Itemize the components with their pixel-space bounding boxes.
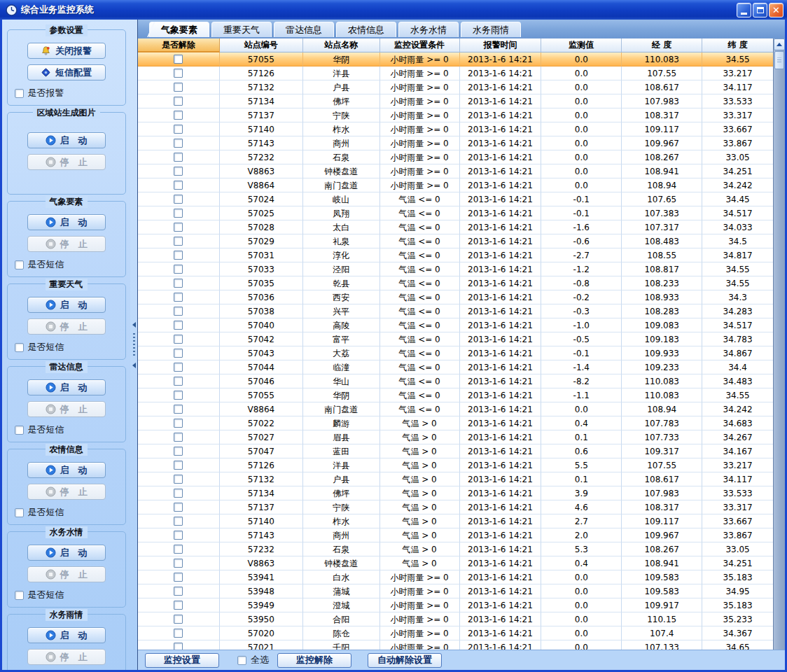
table-row[interactable]: 57044临潼气温 <= 02013-1-6 14:21-1.4109.2333… (138, 360, 773, 374)
table-row[interactable]: 57035乾县气温 <= 02013-1-6 14:21-0.8108.2333… (138, 276, 773, 290)
table-row[interactable]: 57132户县气温 > 02013-1-6 14:210.1108.61734.… (138, 472, 773, 486)
table-row[interactable]: 57232石泉气温 > 02013-1-6 14:215.3108.26733.… (138, 542, 773, 556)
table-row[interactable]: 57022麟游气温 > 02013-1-6 14:210.4107.78334.… (138, 416, 773, 430)
option-checkbox-row[interactable]: 是否短信 (15, 424, 64, 436)
column-header[interactable]: 是否解除 (138, 38, 220, 52)
table-row[interactable]: V8864南门盘道小时雨量 >= 02013-1-6 14:210.0108.9… (138, 178, 773, 192)
release-checkbox[interactable] (174, 531, 183, 540)
table-row[interactable]: 57020陈仓小时雨量 >= 02013-1-6 14:210.0107.434… (138, 626, 773, 640)
release-checkbox[interactable] (174, 475, 183, 484)
sms-config-button[interactable]: 短信配置 (27, 64, 106, 80)
start-button[interactable]: 启 动 (27, 297, 106, 313)
table-row[interactable]: 57028太白气温 <= 02013-1-6 14:21-1.6107.3173… (138, 220, 773, 234)
release-checkbox[interactable] (174, 349, 183, 358)
release-checkbox[interactable] (174, 377, 183, 386)
table-row[interactable]: 57134佛坪小时雨量 >= 02013-1-6 14:210.0107.983… (138, 94, 773, 108)
release-checkbox[interactable] (174, 503, 183, 512)
tab-3[interactable]: 雷达信息 (274, 22, 334, 37)
column-header[interactable]: 纬 度 (702, 38, 773, 52)
release-checkbox[interactable] (174, 601, 183, 610)
release-checkbox[interactable] (174, 321, 183, 330)
table-row[interactable]: 57021千阳小时雨量 >= 02013-1-6 14:210.0107.133… (138, 640, 773, 650)
release-checkbox[interactable] (174, 181, 183, 190)
table-row[interactable]: 57027眉县气温 > 02013-1-6 14:210.1107.73334.… (138, 430, 773, 444)
stop-button[interactable]: 停 止 (27, 484, 106, 500)
start-button[interactable]: 启 动 (27, 627, 106, 643)
table-row[interactable]: V8863钟楼盘道气温 > 02013-1-6 14:210.4108.9413… (138, 556, 773, 570)
release-checkbox[interactable] (174, 433, 183, 442)
release-checkbox[interactable] (174, 629, 183, 638)
close-alarm-button[interactable]: 关闭报警 (27, 43, 106, 59)
collapse-arrow-icon[interactable] (132, 322, 136, 328)
column-header[interactable]: 站点名称 (303, 38, 380, 52)
release-checkbox[interactable] (174, 559, 183, 568)
release-checkbox[interactable] (174, 153, 183, 162)
table-row[interactable]: 57047蓝田气温 > 02013-1-6 14:210.6109.31734.… (138, 444, 773, 458)
start-button[interactable]: 启 动 (27, 545, 106, 561)
release-checkbox[interactable] (174, 643, 183, 650)
table-row[interactable]: V8863钟楼盘道小时雨量 >= 02013-1-6 14:210.0108.9… (138, 164, 773, 178)
release-checkbox[interactable] (174, 111, 183, 120)
stop-button[interactable]: 停 止 (27, 236, 106, 252)
release-checkbox[interactable] (174, 419, 183, 428)
table-row[interactable]: 57029礼泉气温 <= 02013-1-6 14:21-0.6108.4833… (138, 234, 773, 248)
table-row[interactable]: 57140柞水小时雨量 >= 02013-1-6 14:210.0109.117… (138, 122, 773, 136)
table-row[interactable]: 57046华山气温 <= 02013-1-6 14:21-8.2110.0833… (138, 374, 773, 388)
column-header[interactable]: 经 度 (622, 38, 702, 52)
column-header[interactable]: 监测值 (541, 38, 622, 52)
tab-2[interactable]: 重要天气 (211, 22, 272, 37)
release-checkbox[interactable] (174, 545, 183, 554)
table-row[interactable]: 57042富平气温 <= 02013-1-6 14:21-0.5109.1833… (138, 332, 773, 346)
table-row[interactable]: 57055华阴小时雨量 >= 02013-1-6 14:210.0110.083… (138, 52, 773, 66)
release-checkbox[interactable] (174, 97, 183, 106)
release-checkbox[interactable] (174, 167, 183, 176)
release-checkbox[interactable] (174, 223, 183, 232)
tab-5[interactable]: 水务水情 (398, 22, 459, 37)
table-row[interactable]: 57126洋县气温 > 02013-1-6 14:215.5107.5533.2… (138, 458, 773, 472)
start-button[interactable]: 启 动 (27, 379, 106, 396)
option-checkbox-row[interactable]: 是否短信 (15, 506, 64, 519)
stop-button[interactable]: 停 止 (27, 401, 106, 417)
option-checkbox-row[interactable]: 是否短信 (15, 341, 64, 354)
checkbox[interactable] (15, 426, 24, 435)
select-all-checkbox[interactable] (237, 656, 246, 665)
table-row[interactable]: 57031淳化气温 <= 02013-1-6 14:21-2.7108.5534… (138, 248, 773, 262)
table-row[interactable]: 57232石泉小时雨量 >= 02013-1-6 14:210.0108.267… (138, 150, 773, 164)
table-row[interactable]: 57134佛坪气温 > 02013-1-6 14:213.9107.98333.… (138, 486, 773, 500)
sidebar-splitter[interactable] (130, 20, 137, 670)
release-checkbox[interactable] (174, 125, 183, 134)
release-checkbox[interactable] (174, 237, 183, 246)
table-row[interactable]: 57025凤翔气温 <= 02013-1-6 14:21-0.1107.3833… (138, 206, 773, 220)
start-button[interactable]: 启 动 (27, 132, 106, 148)
release-checkbox[interactable] (174, 587, 183, 596)
release-checkbox[interactable] (174, 279, 183, 288)
release-checkbox[interactable] (174, 517, 183, 526)
close-button[interactable]: ✕ (769, 3, 783, 18)
column-header[interactable]: 站点编号 (220, 38, 303, 52)
vertical-scrollbar[interactable] (773, 38, 785, 650)
table-row[interactable]: 57137宁陕气温 > 02013-1-6 14:214.6108.31733.… (138, 500, 773, 514)
release-checkbox[interactable] (174, 195, 183, 204)
table-row[interactable]: 53948蒲城小时雨量 >= 02013-1-6 14:210.0109.583… (138, 584, 773, 598)
release-checkbox[interactable] (174, 405, 183, 414)
release-checkbox[interactable] (174, 489, 183, 498)
release-checkbox[interactable] (174, 55, 183, 64)
release-checkbox[interactable] (174, 461, 183, 470)
table-row[interactable]: 57143商州小时雨量 >= 02013-1-6 14:210.0109.967… (138, 136, 773, 150)
table-row[interactable]: 57137宁陕小时雨量 >= 02013-1-6 14:210.0108.317… (138, 108, 773, 122)
tab-4[interactable]: 农情信息 (336, 22, 396, 37)
table-row[interactable]: 53949澄城小时雨量 >= 02013-1-6 14:210.0109.917… (138, 598, 773, 612)
table-row[interactable]: 57132户县小时雨量 >= 02013-1-6 14:210.0108.617… (138, 80, 773, 94)
table-row[interactable]: 57038兴平气温 <= 02013-1-6 14:21-0.3108.2833… (138, 304, 773, 318)
tab-1[interactable]: 气象要素 (149, 22, 209, 37)
monitor-release-button[interactable]: 监控解除 (277, 653, 351, 668)
stop-button[interactable]: 停 止 (27, 318, 106, 335)
release-checkbox[interactable] (174, 615, 183, 624)
table-row[interactable]: 57036西安气温 <= 02013-1-6 14:21-0.2108.9333… (138, 290, 773, 304)
scroll-up-button[interactable] (774, 38, 785, 50)
table-row[interactable]: 57143商州气温 > 02013-1-6 14:212.0109.96733.… (138, 528, 773, 542)
checkbox[interactable] (15, 260, 24, 270)
release-checkbox[interactable] (174, 573, 183, 582)
release-checkbox[interactable] (174, 293, 183, 302)
table-row[interactable]: 57033泾阳气温 <= 02013-1-6 14:21-1.2108.8173… (138, 262, 773, 276)
